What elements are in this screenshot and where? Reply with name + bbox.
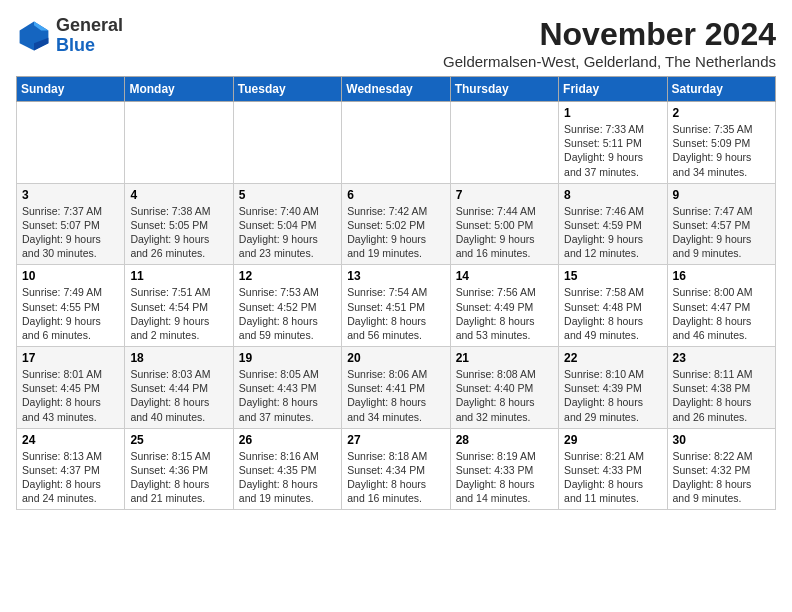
logo-text: General Blue bbox=[56, 16, 123, 56]
day-info: Sunrise: 7:33 AMSunset: 5:11 PMDaylight:… bbox=[564, 122, 661, 179]
day-number: 15 bbox=[564, 269, 661, 283]
day-info: Sunrise: 8:21 AMSunset: 4:33 PMDaylight:… bbox=[564, 449, 661, 506]
logo-general: General bbox=[56, 15, 123, 35]
day-info: Sunrise: 7:46 AMSunset: 4:59 PMDaylight:… bbox=[564, 204, 661, 261]
day-cell: 13Sunrise: 7:54 AMSunset: 4:51 PMDayligh… bbox=[342, 265, 450, 347]
day-cell: 20Sunrise: 8:06 AMSunset: 4:41 PMDayligh… bbox=[342, 347, 450, 429]
day-cell: 18Sunrise: 8:03 AMSunset: 4:44 PMDayligh… bbox=[125, 347, 233, 429]
subtitle: Geldermalsen-West, Gelderland, The Nethe… bbox=[443, 53, 776, 70]
day-cell bbox=[342, 102, 450, 184]
day-cell: 25Sunrise: 8:15 AMSunset: 4:36 PMDayligh… bbox=[125, 428, 233, 510]
day-number: 2 bbox=[673, 106, 770, 120]
day-number: 27 bbox=[347, 433, 444, 447]
day-cell: 29Sunrise: 8:21 AMSunset: 4:33 PMDayligh… bbox=[559, 428, 667, 510]
week-row-1: 3Sunrise: 7:37 AMSunset: 5:07 PMDaylight… bbox=[17, 183, 776, 265]
day-number: 29 bbox=[564, 433, 661, 447]
day-info: Sunrise: 8:05 AMSunset: 4:43 PMDaylight:… bbox=[239, 367, 336, 424]
day-cell: 14Sunrise: 7:56 AMSunset: 4:49 PMDayligh… bbox=[450, 265, 558, 347]
day-cell bbox=[125, 102, 233, 184]
day-cell: 17Sunrise: 8:01 AMSunset: 4:45 PMDayligh… bbox=[17, 347, 125, 429]
calendar-table: SundayMondayTuesdayWednesdayThursdayFrid… bbox=[16, 76, 776, 510]
day-info: Sunrise: 7:40 AMSunset: 5:04 PMDaylight:… bbox=[239, 204, 336, 261]
day-cell: 5Sunrise: 7:40 AMSunset: 5:04 PMDaylight… bbox=[233, 183, 341, 265]
day-info: Sunrise: 8:18 AMSunset: 4:34 PMDaylight:… bbox=[347, 449, 444, 506]
day-info: Sunrise: 7:42 AMSunset: 5:02 PMDaylight:… bbox=[347, 204, 444, 261]
weekday-header-wednesday: Wednesday bbox=[342, 77, 450, 102]
day-info: Sunrise: 8:15 AMSunset: 4:36 PMDaylight:… bbox=[130, 449, 227, 506]
weekday-header-thursday: Thursday bbox=[450, 77, 558, 102]
weekday-header-sunday: Sunday bbox=[17, 77, 125, 102]
day-cell: 19Sunrise: 8:05 AMSunset: 4:43 PMDayligh… bbox=[233, 347, 341, 429]
day-number: 21 bbox=[456, 351, 553, 365]
day-cell: 23Sunrise: 8:11 AMSunset: 4:38 PMDayligh… bbox=[667, 347, 775, 429]
day-cell: 1Sunrise: 7:33 AMSunset: 5:11 PMDaylight… bbox=[559, 102, 667, 184]
logo: General Blue bbox=[16, 16, 123, 56]
day-number: 8 bbox=[564, 188, 661, 202]
day-number: 4 bbox=[130, 188, 227, 202]
weekday-header-tuesday: Tuesday bbox=[233, 77, 341, 102]
week-row-4: 24Sunrise: 8:13 AMSunset: 4:37 PMDayligh… bbox=[17, 428, 776, 510]
day-number: 13 bbox=[347, 269, 444, 283]
day-cell: 21Sunrise: 8:08 AMSunset: 4:40 PMDayligh… bbox=[450, 347, 558, 429]
day-number: 17 bbox=[22, 351, 119, 365]
day-number: 3 bbox=[22, 188, 119, 202]
day-info: Sunrise: 7:38 AMSunset: 5:05 PMDaylight:… bbox=[130, 204, 227, 261]
day-number: 11 bbox=[130, 269, 227, 283]
day-number: 30 bbox=[673, 433, 770, 447]
day-info: Sunrise: 7:49 AMSunset: 4:55 PMDaylight:… bbox=[22, 285, 119, 342]
day-cell: 26Sunrise: 8:16 AMSunset: 4:35 PMDayligh… bbox=[233, 428, 341, 510]
day-info: Sunrise: 8:19 AMSunset: 4:33 PMDaylight:… bbox=[456, 449, 553, 506]
day-number: 1 bbox=[564, 106, 661, 120]
day-info: Sunrise: 8:03 AMSunset: 4:44 PMDaylight:… bbox=[130, 367, 227, 424]
day-info: Sunrise: 7:51 AMSunset: 4:54 PMDaylight:… bbox=[130, 285, 227, 342]
day-cell: 28Sunrise: 8:19 AMSunset: 4:33 PMDayligh… bbox=[450, 428, 558, 510]
day-cell: 30Sunrise: 8:22 AMSunset: 4:32 PMDayligh… bbox=[667, 428, 775, 510]
day-number: 10 bbox=[22, 269, 119, 283]
day-info: Sunrise: 7:54 AMSunset: 4:51 PMDaylight:… bbox=[347, 285, 444, 342]
day-cell: 27Sunrise: 8:18 AMSunset: 4:34 PMDayligh… bbox=[342, 428, 450, 510]
week-row-3: 17Sunrise: 8:01 AMSunset: 4:45 PMDayligh… bbox=[17, 347, 776, 429]
month-title: November 2024 bbox=[443, 16, 776, 53]
day-cell: 22Sunrise: 8:10 AMSunset: 4:39 PMDayligh… bbox=[559, 347, 667, 429]
day-cell: 16Sunrise: 8:00 AMSunset: 4:47 PMDayligh… bbox=[667, 265, 775, 347]
day-info: Sunrise: 7:53 AMSunset: 4:52 PMDaylight:… bbox=[239, 285, 336, 342]
day-number: 12 bbox=[239, 269, 336, 283]
day-cell bbox=[17, 102, 125, 184]
day-number: 25 bbox=[130, 433, 227, 447]
day-info: Sunrise: 8:13 AMSunset: 4:37 PMDaylight:… bbox=[22, 449, 119, 506]
logo-blue: Blue bbox=[56, 35, 95, 55]
day-number: 26 bbox=[239, 433, 336, 447]
day-number: 16 bbox=[673, 269, 770, 283]
day-info: Sunrise: 8:08 AMSunset: 4:40 PMDaylight:… bbox=[456, 367, 553, 424]
day-cell: 10Sunrise: 7:49 AMSunset: 4:55 PMDayligh… bbox=[17, 265, 125, 347]
title-area: November 2024 Geldermalsen-West, Gelderl… bbox=[443, 16, 776, 70]
day-number: 23 bbox=[673, 351, 770, 365]
day-info: Sunrise: 8:06 AMSunset: 4:41 PMDaylight:… bbox=[347, 367, 444, 424]
day-cell: 8Sunrise: 7:46 AMSunset: 4:59 PMDaylight… bbox=[559, 183, 667, 265]
day-cell: 9Sunrise: 7:47 AMSunset: 4:57 PMDaylight… bbox=[667, 183, 775, 265]
day-cell bbox=[450, 102, 558, 184]
day-number: 5 bbox=[239, 188, 336, 202]
weekday-header-monday: Monday bbox=[125, 77, 233, 102]
weekday-header-saturday: Saturday bbox=[667, 77, 775, 102]
day-cell: 2Sunrise: 7:35 AMSunset: 5:09 PMDaylight… bbox=[667, 102, 775, 184]
day-cell: 3Sunrise: 7:37 AMSunset: 5:07 PMDaylight… bbox=[17, 183, 125, 265]
day-info: Sunrise: 7:44 AMSunset: 5:00 PMDaylight:… bbox=[456, 204, 553, 261]
day-cell: 7Sunrise: 7:44 AMSunset: 5:00 PMDaylight… bbox=[450, 183, 558, 265]
day-cell: 6Sunrise: 7:42 AMSunset: 5:02 PMDaylight… bbox=[342, 183, 450, 265]
day-number: 20 bbox=[347, 351, 444, 365]
day-info: Sunrise: 8:11 AMSunset: 4:38 PMDaylight:… bbox=[673, 367, 770, 424]
week-row-2: 10Sunrise: 7:49 AMSunset: 4:55 PMDayligh… bbox=[17, 265, 776, 347]
day-number: 14 bbox=[456, 269, 553, 283]
week-row-0: 1Sunrise: 7:33 AMSunset: 5:11 PMDaylight… bbox=[17, 102, 776, 184]
day-cell: 24Sunrise: 8:13 AMSunset: 4:37 PMDayligh… bbox=[17, 428, 125, 510]
day-info: Sunrise: 7:56 AMSunset: 4:49 PMDaylight:… bbox=[456, 285, 553, 342]
day-cell: 11Sunrise: 7:51 AMSunset: 4:54 PMDayligh… bbox=[125, 265, 233, 347]
day-number: 18 bbox=[130, 351, 227, 365]
day-cell: 12Sunrise: 7:53 AMSunset: 4:52 PMDayligh… bbox=[233, 265, 341, 347]
day-info: Sunrise: 8:10 AMSunset: 4:39 PMDaylight:… bbox=[564, 367, 661, 424]
day-number: 19 bbox=[239, 351, 336, 365]
day-number: 9 bbox=[673, 188, 770, 202]
day-info: Sunrise: 8:22 AMSunset: 4:32 PMDaylight:… bbox=[673, 449, 770, 506]
day-info: Sunrise: 8:01 AMSunset: 4:45 PMDaylight:… bbox=[22, 367, 119, 424]
